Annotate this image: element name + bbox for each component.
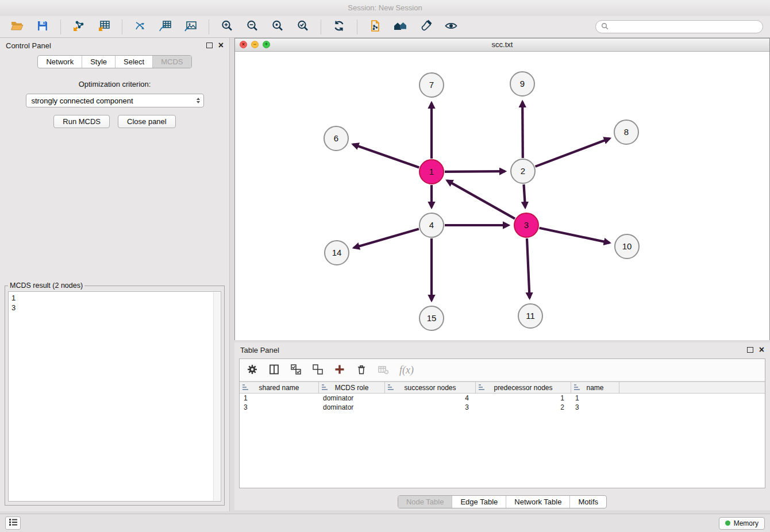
import-network-button[interactable] xyxy=(68,18,89,36)
open-session-button[interactable] xyxy=(7,18,28,36)
criterion-dropdown[interactable]: strongly connected component xyxy=(26,94,204,107)
node-table-container: f(x) shared name MCDS role successor nod… xyxy=(239,358,765,488)
window-zoom-button[interactable]: + xyxy=(263,41,270,48)
delete-table-icon xyxy=(378,364,389,377)
mcds-result-title: MCDS result (2 nodes) xyxy=(8,282,84,290)
close-table-panel-icon[interactable]: × xyxy=(759,345,764,354)
first-neighbors-icon xyxy=(369,20,382,34)
zoom-selected-button[interactable] xyxy=(292,18,313,36)
status-bar: Memory xyxy=(0,514,770,532)
column-label: successor nodes xyxy=(404,384,456,392)
cell-mcds-role[interactable]: dominator xyxy=(319,403,385,412)
memory-status-icon xyxy=(725,521,730,526)
tab-mcds[interactable]: MCDS xyxy=(152,56,191,68)
zoom-fit-button[interactable] xyxy=(267,18,288,36)
column-label: predecessor nodes xyxy=(494,384,552,392)
select-all-button[interactable] xyxy=(290,364,302,377)
refresh-button[interactable] xyxy=(329,18,349,36)
network-table-icon xyxy=(159,20,172,34)
tab-style[interactable]: Style xyxy=(82,56,115,68)
zoom-in-button[interactable] xyxy=(217,18,237,36)
zoom-out-button[interactable] xyxy=(242,18,263,36)
cell-mcds-role[interactable]: dominator xyxy=(319,394,385,403)
close-panel-button[interactable]: Close panel xyxy=(118,115,176,128)
style-brush-icon xyxy=(419,20,432,34)
column-header-name[interactable]: name xyxy=(571,382,619,393)
cell-shared-name[interactable]: 3 xyxy=(240,403,319,412)
search-input[interactable] xyxy=(612,22,757,32)
table-settings-button[interactable] xyxy=(247,364,258,377)
window-close-button[interactable]: × xyxy=(240,41,247,48)
float-panel-icon[interactable] xyxy=(206,43,213,48)
result-scrollbar[interactable] xyxy=(213,292,220,500)
result-line: 3 xyxy=(11,303,218,313)
import-table-button[interactable] xyxy=(94,18,114,36)
save-session-button[interactable] xyxy=(32,18,53,36)
task-history-button[interactable] xyxy=(5,516,21,530)
tab-motifs[interactable]: Motifs xyxy=(569,496,606,508)
graph-edge-2-3[interactable] xyxy=(524,184,526,207)
sort-icon xyxy=(387,384,395,392)
table-row[interactable]: 1 dominator 4 1 1 xyxy=(240,394,765,403)
cell-successor-nodes[interactable]: 4 xyxy=(385,394,476,403)
column-header-successor-nodes[interactable]: successor nodes xyxy=(385,382,476,393)
table-panel-title: Table Panel xyxy=(240,346,279,354)
deselect-all-button[interactable] xyxy=(312,364,324,377)
save-icon xyxy=(36,20,49,34)
add-column-button[interactable] xyxy=(334,364,345,377)
tab-node-table[interactable]: Node Table xyxy=(398,496,452,508)
tab-edge-table[interactable]: Edge Table xyxy=(452,496,506,508)
home-button[interactable] xyxy=(390,18,411,36)
cell-predecessor-nodes[interactable]: 1 xyxy=(476,394,571,403)
table-panel-header: Table Panel × xyxy=(234,342,770,357)
show-columns-button[interactable] xyxy=(268,364,280,377)
graph-edge-3-1[interactable] xyxy=(447,180,515,219)
tab-network[interactable]: Network xyxy=(38,56,82,68)
column-header-predecessor-nodes[interactable]: predecessor nodes xyxy=(476,382,571,393)
graph-edge-1-2[interactable] xyxy=(445,171,505,172)
graph-edge-1-6[interactable] xyxy=(353,144,419,167)
select-all-icon xyxy=(290,364,302,377)
cell-successor-nodes[interactable]: 3 xyxy=(385,403,476,412)
column-header-mcds-role[interactable]: MCDS role xyxy=(319,382,385,393)
first-neighbors-button[interactable] xyxy=(365,18,386,36)
network-table-button[interactable] xyxy=(155,18,176,36)
graph-edge-2-9[interactable] xyxy=(522,102,523,158)
delete-column-button[interactable] xyxy=(356,364,367,377)
delete-table-button xyxy=(378,364,389,377)
tab-select[interactable]: Select xyxy=(115,56,152,68)
dropdown-stepper-icon xyxy=(197,98,200,104)
graph-edge-3-10[interactable] xyxy=(540,228,610,243)
window-titlebar: Session: New Session xyxy=(0,0,770,17)
float-table-panel-icon[interactable] xyxy=(747,347,753,353)
graph-edge-2-8[interactable] xyxy=(536,138,610,167)
network-share-button[interactable] xyxy=(130,18,151,36)
cell-predecessor-nodes[interactable]: 2 xyxy=(476,403,571,412)
graph-edge-3-11[interactable] xyxy=(527,238,530,298)
sort-icon xyxy=(242,384,249,392)
graph-edge-4-14[interactable] xyxy=(354,229,419,248)
export-image-icon xyxy=(184,20,198,34)
show-hide-button[interactable] xyxy=(441,18,461,36)
cell-shared-name[interactable]: 1 xyxy=(240,394,319,403)
table-toolbar: f(x) xyxy=(240,359,765,381)
table-row[interactable]: 3 dominator 3 2 3 xyxy=(240,403,765,412)
network-canvas[interactable]: 7968124314101511 xyxy=(235,52,769,340)
column-label: shared name xyxy=(259,384,299,392)
table-panel: Table Panel × f(x) shared name MCDS role xyxy=(234,342,770,510)
run-mcds-button[interactable]: Run MCDS xyxy=(53,115,110,128)
graph-node-label: 11 xyxy=(526,311,535,321)
plus-icon xyxy=(334,364,345,377)
close-panel-icon[interactable]: × xyxy=(218,41,224,50)
style-brush-button[interactable] xyxy=(415,18,436,36)
export-image-button[interactable] xyxy=(180,18,201,36)
column-header-shared-name[interactable]: shared name xyxy=(240,382,319,393)
window-minimize-button[interactable]: − xyxy=(251,41,259,48)
tab-network-table[interactable]: Network Table xyxy=(506,496,569,508)
cell-name[interactable]: 1 xyxy=(571,394,619,403)
toolbar-separator xyxy=(321,20,321,34)
memory-button[interactable]: Memory xyxy=(719,517,765,530)
function-builder-icon: f(x) xyxy=(399,364,414,376)
cell-name[interactable]: 3 xyxy=(571,403,619,412)
mcds-result-box: MCDS result (2 nodes) 1 3 xyxy=(5,282,225,506)
